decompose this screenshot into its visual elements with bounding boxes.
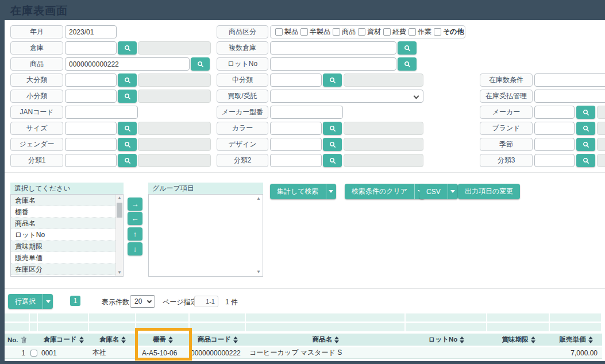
row-select-button[interactable]: 行選択 <box>8 294 53 309</box>
sort-icon[interactable] <box>460 336 464 343</box>
stock-receipt-mgmt-input[interactable] <box>534 90 605 103</box>
sort-icon[interactable] <box>233 336 238 343</box>
checkbox-icon[interactable] <box>383 28 391 36</box>
scrollbar-thumb[interactable] <box>117 203 122 218</box>
checkbox-seihin[interactable]: 製品 <box>275 27 298 37</box>
class2-input[interactable] <box>270 154 322 167</box>
csv-button[interactable]: CSV <box>419 184 458 199</box>
column-header-unit-price[interactable]: 販売単価 <box>550 334 602 346</box>
lot-no-input[interactable] <box>270 57 396 71</box>
minor-class-search-button[interactable] <box>118 90 137 103</box>
scroll-up-icon[interactable]: ▲ <box>255 195 262 202</box>
list-item[interactable]: 倉庫名 <box>11 195 115 206</box>
jan-code-input[interactable] <box>65 106 138 119</box>
maker-search-button[interactable] <box>576 106 595 119</box>
stock-qty-condition-input[interactable] <box>534 73 605 87</box>
checkbox-icon[interactable] <box>333 28 340 36</box>
dropdown-caret-icon[interactable] <box>326 190 336 193</box>
gender-search-button[interactable] <box>118 138 137 151</box>
column-header-product-code[interactable]: 商品コード <box>190 334 246 346</box>
checkbox-hanseihin[interactable]: 半製品 <box>300 27 330 37</box>
sort-icon[interactable] <box>588 336 593 343</box>
trash-icon[interactable] <box>21 336 27 343</box>
scroll-up-icon[interactable]: ▲ <box>116 195 123 202</box>
list-item[interactable]: 販売単価 <box>11 252 115 264</box>
list-item[interactable]: 商品名 <box>11 218 115 229</box>
checkbox-icon[interactable] <box>358 28 365 36</box>
design-input[interactable] <box>270 138 322 151</box>
maker-model-input[interactable] <box>270 106 343 119</box>
list-item[interactable]: ロットNo <box>11 229 115 241</box>
class3-search-button[interactable] <box>576 154 595 167</box>
checkbox-icon[interactable] <box>434 28 441 36</box>
checkbox-icon[interactable] <box>409 28 416 36</box>
column-header-lot-no[interactable]: ロットNo <box>406 334 487 346</box>
color-input[interactable] <box>270 122 322 135</box>
clear-conditions-button[interactable]: 検索条件のクリア <box>345 184 425 199</box>
row-checkbox[interactable] <box>30 350 37 357</box>
minor-class-input[interactable] <box>65 90 117 103</box>
yearmonth-input[interactable] <box>65 25 117 38</box>
class2-search-button[interactable] <box>323 154 342 167</box>
move-up-button[interactable]: ↑ <box>128 227 142 241</box>
scroll-down-icon[interactable]: ▼ <box>116 269 123 276</box>
class3-input[interactable] <box>534 154 575 167</box>
middle-class-input[interactable] <box>270 73 322 87</box>
brand-input[interactable] <box>534 122 575 135</box>
class1-input[interactable] <box>65 154 117 167</box>
dropdown-caret-icon[interactable] <box>448 190 458 193</box>
checkbox-sonota[interactable]: その他 <box>434 27 464 37</box>
page-number-button[interactable]: 1 <box>70 296 80 306</box>
multi-warehouse-search-button[interactable] <box>398 41 417 55</box>
checkbox-shohin[interactable]: 商品 <box>333 27 356 37</box>
color-search-button[interactable] <box>323 122 342 135</box>
season-search-button[interactable] <box>576 138 595 151</box>
sort-icon[interactable] <box>79 336 84 343</box>
change-output-button[interactable]: 出力項目の変更 <box>458 184 520 199</box>
checkbox-shizai[interactable]: 資材 <box>358 27 381 37</box>
warehouse-input[interactable] <box>65 41 117 55</box>
scroll-down-icon[interactable]: ▼ <box>255 269 262 276</box>
page-size-select[interactable]: 20 <box>130 295 155 308</box>
multi-warehouse-input[interactable] <box>270 41 396 55</box>
season-input[interactable] <box>534 138 575 151</box>
group-items-listbox[interactable]: ▲ ▼ <box>148 194 263 277</box>
middle-class-search-button[interactable] <box>323 73 342 87</box>
column-header-expiry[interactable]: 賞味期限 <box>487 334 550 346</box>
brand-search-button[interactable] <box>576 122 595 135</box>
move-right-button[interactable]: → <box>128 198 142 211</box>
gender-input[interactable] <box>65 138 117 151</box>
page-range-input[interactable] <box>194 296 218 307</box>
lot-no-search-button[interactable] <box>398 57 417 71</box>
checkbox-sagyo[interactable]: 作業 <box>409 27 431 37</box>
product-input[interactable] <box>65 57 190 71</box>
checkbox-keihi[interactable]: 経費 <box>383 27 406 37</box>
column-header-warehouse-name[interactable]: 倉庫名 <box>89 334 136 346</box>
list-item[interactable]: 在庫区分 <box>11 264 115 275</box>
move-down-button[interactable]: ↓ <box>128 242 142 255</box>
product-search-button[interactable] <box>191 57 210 71</box>
purchase-consignment-select[interactable] <box>270 90 423 103</box>
checkbox-icon[interactable] <box>300 28 308 36</box>
checkbox-icon[interactable] <box>275 28 283 36</box>
column-header-no[interactable]: No. <box>5 334 30 346</box>
list-item[interactable]: 賞味期限 <box>11 241 115 252</box>
sort-icon[interactable] <box>531 336 535 343</box>
size-search-button[interactable] <box>118 122 137 135</box>
maker-input[interactable] <box>534 106 575 119</box>
column-header-warehouse-code[interactable]: 倉庫コード <box>38 334 89 346</box>
list-item[interactable]: 棚番 <box>11 206 115 218</box>
column-header-product-name[interactable]: 商品名 <box>246 334 406 346</box>
class1-search-button[interactable] <box>118 154 137 167</box>
design-search-button[interactable] <box>323 138 342 151</box>
warehouse-search-button[interactable] <box>118 41 137 55</box>
scrollbar[interactable]: ▲ ▼ <box>115 195 123 276</box>
move-left-button[interactable]: ← <box>128 212 142 225</box>
dropdown-caret-icon[interactable] <box>43 300 53 303</box>
major-class-search-button[interactable] <box>118 73 137 87</box>
major-class-input[interactable] <box>65 73 117 87</box>
sort-icon[interactable] <box>121 336 126 343</box>
size-input[interactable] <box>65 122 117 135</box>
aggregate-search-button[interactable]: 集計して検索 <box>270 184 336 199</box>
sort-icon[interactable] <box>334 336 339 343</box>
